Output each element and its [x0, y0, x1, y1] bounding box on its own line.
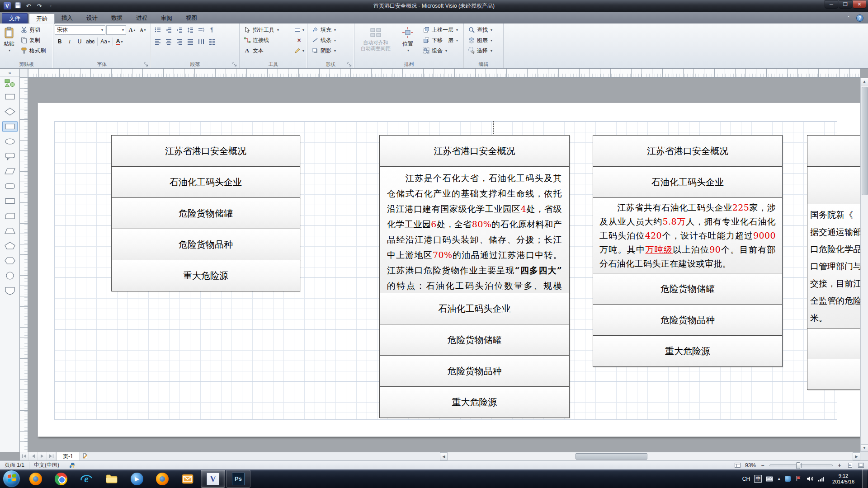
- scroll-left-button[interactable]: ◀: [440, 452, 448, 460]
- change-case-button[interactable]: Aa▾: [99, 37, 111, 47]
- help-icon[interactable]: ?: [856, 14, 863, 22]
- diagram-box[interactable]: 危险货物储罐: [593, 273, 783, 305]
- next-page-button[interactable]: [38, 452, 47, 460]
- scroll-up-button[interactable]: ▲: [861, 78, 868, 85]
- diagram-box[interactable]: [807, 135, 860, 167]
- underline-button[interactable]: U: [75, 37, 85, 47]
- diagram-box[interactable]: 石油化工码头企业: [111, 166, 300, 198]
- action-center-icon[interactable]: [795, 475, 802, 483]
- minimize-button[interactable]: ─: [825, 0, 838, 9]
- tab-process[interactable]: 进程: [129, 13, 154, 23]
- bring-forward-button[interactable]: 上移一层▾: [420, 25, 460, 35]
- taskbar-firefox-secondary[interactable]: [150, 470, 175, 488]
- stencil-shape-rectangle[interactable]: [2, 91, 18, 102]
- rectangle-tool-button[interactable]: ▾: [292, 25, 306, 35]
- tab-design[interactable]: 设计: [80, 13, 104, 23]
- full-screen-icon[interactable]: [857, 462, 864, 469]
- stencil-shape-rectangle-selected[interactable]: [2, 121, 18, 132]
- show-desktop-button[interactable]: [862, 469, 867, 488]
- layers-button[interactable]: 图层▾: [465, 35, 495, 45]
- close-button[interactable]: ✕: [853, 0, 866, 9]
- diagram-header-box[interactable]: 江苏省港口安全概况: [379, 135, 570, 167]
- pointer-tool-button[interactable]: 指针工具▾: [241, 25, 291, 35]
- diagram-box[interactable]: [807, 358, 860, 390]
- taskbar-visio[interactable]: V: [201, 470, 225, 488]
- scroll-down-button[interactable]: ▼: [861, 444, 868, 452]
- text-tool-button[interactable]: A文本: [241, 46, 291, 56]
- diagram-paragraph[interactable]: 江苏是个石化大省，石油化工码头及其仓储式石化产业的基础支撑和生命线，依托沿江港口…: [379, 166, 570, 293]
- network-icon[interactable]: [817, 475, 825, 483]
- align-right-button[interactable]: [174, 37, 184, 47]
- columns-button[interactable]: [207, 37, 217, 47]
- align-center-button[interactable]: [163, 37, 174, 47]
- stencil-shape-callout[interactable]: [2, 151, 18, 162]
- paragraph-dialog-launcher[interactable]: [232, 62, 237, 67]
- vertical-scrollbar-thumb[interactable]: [862, 87, 868, 195]
- format-painter-button[interactable]: 格式刷: [18, 46, 48, 56]
- zoom-slider-thumb[interactable]: [796, 462, 800, 469]
- taskbar-outlook[interactable]: [175, 470, 200, 488]
- horizontal-scrollbar-thumb[interactable]: [576, 453, 647, 460]
- taskbar-windows-explorer[interactable]: [99, 470, 124, 488]
- page-indicator[interactable]: 页面 1/1: [0, 461, 29, 469]
- stencil-shape-circle[interactable]: [2, 270, 18, 281]
- tab-file[interactable]: 文件: [2, 13, 28, 23]
- paste-button[interactable]: 粘贴 ▾: [1, 25, 17, 54]
- cut-button[interactable]: 剪切: [18, 25, 48, 35]
- stencil-shape-trapezoid[interactable]: [2, 225, 18, 236]
- page-tab-active[interactable]: 页-1: [56, 452, 80, 460]
- copy-button[interactable]: 复制: [18, 35, 48, 45]
- stencil-shape-pentagon[interactable]: [2, 240, 18, 251]
- taskbar-photoshop[interactable]: Ps: [226, 470, 250, 488]
- select-button[interactable]: 选择▾: [465, 46, 495, 56]
- fit-page-icon[interactable]: [846, 462, 854, 469]
- stencil-shape-diamond[interactable]: [2, 106, 18, 117]
- diagram-box[interactable]: 重大危险源: [379, 386, 570, 418]
- font-family-select[interactable]: 宋体▾: [55, 25, 105, 35]
- freeform-tool-button[interactable]: ▾: [292, 46, 306, 56]
- previous-page-button[interactable]: [29, 452, 38, 460]
- taskbar-clock[interactable]: 9:12 2014/5/16: [829, 473, 858, 485]
- language-indicator[interactable]: 中文(中国): [29, 461, 64, 469]
- italic-button[interactable]: I: [65, 37, 75, 47]
- taskbar-media-player[interactable]: ▶: [125, 470, 149, 488]
- volume-icon[interactable]: [806, 475, 813, 483]
- taskbar-firefox[interactable]: [24, 470, 48, 488]
- last-page-button[interactable]: [47, 452, 56, 460]
- ime-indicator[interactable]: 中: [754, 475, 762, 483]
- expand-shapes-panel-icon[interactable]: »: [0, 69, 19, 77]
- grow-font-button[interactable]: A▴: [127, 25, 137, 35]
- stencil-shape-ellipse[interactable]: [2, 136, 18, 147]
- shapes-stencil-icon[interactable]: [5, 77, 15, 91]
- send-backward-button[interactable]: 下移一层▾: [420, 35, 460, 45]
- keyboard-icon[interactable]: [766, 475, 773, 483]
- diagram-box[interactable]: 石油化工码头企业: [593, 166, 783, 198]
- diagram-box[interactable]: 危险货物品种: [593, 304, 783, 336]
- insert-page-button[interactable]: [80, 452, 91, 460]
- drawing-page[interactable]: 江苏省港口安全概况石油化工码头企业危险货物储罐危险货物品种重大危险源江苏省港口安…: [38, 103, 860, 437]
- fill-button[interactable]: 填充▾: [309, 25, 338, 35]
- tray-app-icon[interactable]: [785, 476, 791, 482]
- diagram-box[interactable]: 江苏省港口安全概况: [111, 135, 300, 167]
- maximize-button[interactable]: ❐: [839, 0, 852, 9]
- position-button[interactable]: 位置 ▾: [397, 25, 418, 54]
- qat-customize-button[interactable]: ▾: [46, 2, 54, 10]
- diagram-paragraph[interactable]: 国务院新《据交通运输部和口危险化学品安口管理部门与安交接，目前江苏全监管的危险货…: [807, 204, 860, 328]
- align-left-button[interactable]: [152, 37, 163, 47]
- line-button[interactable]: 线条▾: [309, 35, 338, 45]
- font-size-select[interactable]: ▾: [106, 25, 126, 35]
- shrink-font-button[interactable]: A▾: [138, 25, 148, 35]
- redo-button[interactable]: ↷: [35, 2, 43, 10]
- diagram-box[interactable]: 危险货物品种: [111, 229, 300, 260]
- text-direction-button[interactable]: [196, 25, 206, 35]
- horizontal-scrollbar-track[interactable]: [448, 452, 853, 460]
- indent-decrease-button[interactable]: [163, 25, 174, 35]
- auto-align-button[interactable]: 自动对齐和自动调整间距: [356, 25, 396, 53]
- first-page-button[interactable]: [20, 452, 29, 460]
- stencil-shape-shield-down[interactable]: [2, 285, 18, 296]
- stencil-shape-parallelogram[interactable]: [2, 166, 18, 177]
- tab-data[interactable]: 数据: [104, 13, 129, 23]
- drawing-canvas[interactable]: 江苏省港口安全概况石油化工码头企业危险货物储罐危险货物品种重大危险源江苏省港口安…: [28, 78, 860, 452]
- diagram-box[interactable]: 危险货物品种: [379, 355, 570, 387]
- zoom-slider[interactable]: [769, 465, 833, 466]
